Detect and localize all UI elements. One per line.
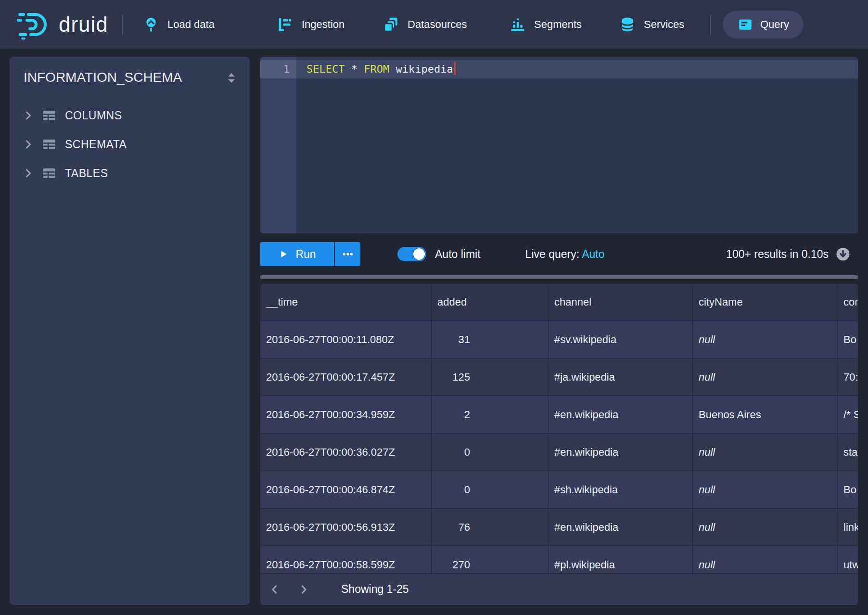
query-toolbar: Run Auto limit Live query: Auto 100+ res…	[260, 242, 858, 266]
auto-limit-label: Auto limit	[435, 248, 481, 261]
double-caret-vertical-icon[interactable]	[224, 70, 239, 86]
nav-label: Services	[644, 18, 684, 31]
nav-item-load-data[interactable]: Load data	[142, 0, 215, 49]
sidebar-item-label: SCHEMATA	[63, 138, 127, 151]
nav-item-segments[interactable]: Segments	[509, 0, 582, 49]
table-cell[interactable]: /* S	[838, 396, 858, 433]
live-query-label: Live query:	[525, 248, 580, 260]
results-footer: Showing 1-25	[260, 573, 858, 605]
nav-label: Load data	[167, 18, 215, 31]
code-token: FROM	[364, 63, 389, 75]
sidebar-item-columns[interactable]: COLUMNS	[10, 101, 250, 130]
code-token: SELECT	[306, 63, 345, 75]
druid-logo[interactable]: druid	[16, 0, 108, 49]
table-cell[interactable]: 70:	[838, 359, 858, 396]
ellipsis-icon	[342, 248, 354, 260]
resize-splitter[interactable]	[260, 275, 858, 279]
table-row: 2016-06-27T00:00:34.959Z2#en.wikipediaBu…	[260, 396, 858, 434]
nav-item-ingestion[interactable]: Ingestion	[277, 0, 345, 49]
column-header-channel[interactable]: channel	[549, 284, 693, 320]
ingestion-icon	[277, 16, 294, 33]
top-nav: druid Load data Ingestion	[0, 0, 868, 49]
editor-active-line: 1 SELECT * FROM wikipedia	[260, 60, 858, 78]
column-header-comment[interactable]: comment	[838, 284, 858, 320]
code-token: *	[345, 63, 364, 75]
nav-item-services[interactable]: Services	[619, 0, 684, 49]
table-cell[interactable]: sta	[838, 434, 858, 471]
table-cell[interactable]: 2	[432, 396, 549, 433]
table-grid-icon	[42, 137, 56, 152]
table-cell[interactable]: Buenos Aires	[693, 396, 838, 433]
table-cell[interactable]: link	[838, 509, 858, 546]
run-button[interactable]: Run	[260, 242, 334, 266]
services-icon	[619, 16, 636, 33]
table-cell[interactable]: 2016-06-27T00:00:56.913Z	[260, 509, 432, 546]
table-cell[interactable]: 2016-06-27T00:00:46.874Z	[260, 471, 432, 508]
chevron-right-icon	[298, 584, 309, 595]
table-cell[interactable]: 31	[432, 321, 549, 358]
column-header-__time[interactable]: __time	[260, 284, 432, 320]
table-cell[interactable]: 76	[432, 509, 549, 546]
line-number: 1	[260, 60, 290, 78]
table-cell[interactable]: Bo	[838, 321, 858, 358]
table-grid-icon	[42, 108, 56, 123]
table-row: 2016-06-27T00:00:56.913Z76#en.wikipedian…	[260, 509, 858, 546]
nav-label: Segments	[534, 18, 582, 31]
next-page-button[interactable]	[289, 574, 318, 605]
live-query-value[interactable]: Auto	[582, 248, 604, 260]
nav-divider	[710, 14, 711, 35]
table-cell[interactable]: 2016-06-27T00:00:36.027Z	[260, 434, 432, 471]
table-cell[interactable]: #en.wikipedia	[549, 396, 693, 433]
table-cell[interactable]: null	[693, 434, 838, 471]
table-cell[interactable]: #sh.wikipedia	[549, 471, 693, 508]
nav-item-query[interactable]: Query	[723, 11, 804, 38]
toggle-knob	[413, 248, 425, 260]
results-summary: 100+ results in 0.10s	[726, 248, 829, 261]
column-header-cityName[interactable]: cityName	[693, 284, 838, 320]
nav-label: Datasources	[408, 18, 467, 31]
query-icon	[737, 16, 753, 33]
nav-divider	[122, 14, 123, 35]
table-cell[interactable]: 125	[432, 359, 549, 396]
sidebar-item-label: TABLES	[63, 167, 108, 180]
results-header: __timeaddedchannelcityNamecomment	[260, 284, 858, 321]
code-line[interactable]: SELECT * FROM wikipedia	[306, 60, 456, 78]
table-cell[interactable]: null	[693, 359, 838, 396]
druid-console: { "app": {"logo_text": "druid"}, "nav": …	[0, 0, 868, 615]
table-cell[interactable]: 0	[432, 434, 549, 471]
table-row: 2016-06-27T00:00:11.080Z31#sv.wikipedian…	[260, 321, 858, 359]
table-cell[interactable]: null	[693, 471, 838, 508]
nav-label: Ingestion	[302, 18, 345, 31]
run-label: Run	[295, 248, 316, 261]
sidebar-item-schemata[interactable]: SCHEMATA	[10, 130, 250, 159]
table-cell[interactable]: null	[693, 509, 838, 546]
table-cell[interactable]: 2016-06-27T00:00:34.959Z	[260, 396, 432, 433]
table-cell[interactable]: 0	[432, 471, 549, 508]
schema-title: INFORMATION_SCHEMA	[24, 70, 182, 85]
chevron-left-icon	[269, 584, 281, 595]
chevron-right-icon	[22, 138, 35, 151]
table-cell[interactable]: #ja.wikipedia	[549, 359, 693, 396]
pagination-status: Showing 1-25	[341, 583, 409, 596]
table-cell[interactable]: 2016-06-27T00:00:17.457Z	[260, 359, 432, 396]
chevron-right-icon	[22, 167, 35, 180]
sidebar-item-tables[interactable]: TABLES	[10, 159, 250, 188]
code-tokens: SELECT * FROM wikipedia	[306, 63, 453, 75]
prev-page-button[interactable]	[260, 574, 289, 605]
nav-item-datasources[interactable]: Datasources	[383, 0, 467, 49]
table-cell[interactable]: Bo	[838, 471, 858, 508]
results-panel: __timeaddedchannelcityNamecomment 2016-0…	[260, 284, 858, 605]
column-header-added[interactable]: added	[432, 284, 549, 320]
live-query: Live query: Auto	[525, 248, 605, 261]
more-options-button[interactable]	[334, 242, 360, 266]
schema-sidebar: INFORMATION_SCHEMA COLUMNS	[10, 57, 250, 605]
table-cell[interactable]: #en.wikipedia	[549, 434, 693, 471]
table-cell[interactable]: 2016-06-27T00:00:11.080Z	[260, 321, 432, 358]
sql-editor[interactable]: 1 SELECT * FROM wikipedia	[260, 57, 858, 233]
table-cell[interactable]: null	[693, 321, 838, 358]
auto-limit-toggle[interactable]	[397, 247, 426, 261]
nav-label: Query	[760, 18, 789, 31]
table-cell[interactable]: #en.wikipedia	[549, 509, 693, 546]
table-cell[interactable]: #sv.wikipedia	[549, 321, 693, 358]
download-button[interactable]	[835, 246, 851, 262]
